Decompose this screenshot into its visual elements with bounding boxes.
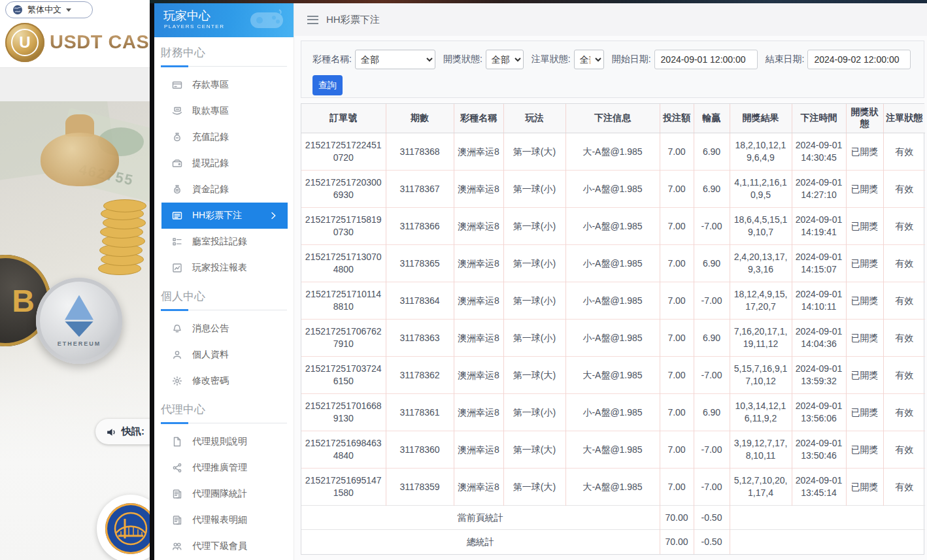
draw-status-select[interactable]: 全部	[486, 50, 524, 69]
table-cell: 10,3,14,12,16,11,9,2	[730, 394, 792, 431]
table-cell: 7.00	[660, 208, 694, 245]
sidebar-nav: 財務中心存款專區取款專區充值記錄提現記錄資金記錄HH彩票下注廳室投註記錄玩家投注…	[154, 45, 294, 560]
menu-toggle-icon[interactable]	[307, 16, 318, 24]
language-selector[interactable]: 繁体中文	[5, 1, 93, 18]
list-check-icon	[172, 237, 182, 247]
table-cell: 有效	[883, 394, 925, 431]
table-cell: 31178364	[386, 282, 454, 320]
hand-bill-icon	[172, 106, 182, 116]
lottery-name-select[interactable]: 全部	[355, 50, 435, 69]
table-row: 215217251706762791031178363澳洲幸运8第一球(小)小-…	[301, 320, 925, 357]
table-cell: 澳洲幸运8	[454, 357, 503, 394]
table-cell: 澳洲幸运8	[454, 394, 503, 431]
table-cell: 第一球(大)	[503, 357, 565, 394]
table-cell: 第一球(大)	[503, 431, 565, 469]
summary-bet-total: 70.00	[660, 530, 694, 554]
table-cell: 2024-09-01 14:19:41	[792, 208, 846, 245]
filter-panel: 彩種名稱: 全部 開獎狀態: 全部 注單狀態: 全部 開始日期: 結束日期: 查…	[301, 41, 924, 98]
order-status-select[interactable]: 全部	[574, 50, 604, 69]
table-cell: 31178362	[386, 357, 454, 394]
table-cell: -7.00	[694, 469, 730, 506]
search-button[interactable]: 查詢	[312, 75, 343, 95]
sidebar-item-HH彩票下注[interactable]: HH彩票下注	[161, 203, 288, 229]
table-cell: 澳洲幸运8	[454, 208, 503, 245]
table-cell: 3,19,12,7,17,8,10,11	[730, 431, 792, 469]
sidebar-item-個人資料[interactable]: 個人資料	[154, 342, 294, 368]
table-cell: -7.00	[694, 431, 730, 469]
table-cell: 2152172517016689130	[301, 394, 386, 431]
table-cell: 有效	[883, 171, 925, 208]
table-cell: 2152172517037246150	[301, 357, 386, 394]
app-window: 462755 B ETHEREUM U USDT CASINO	[0, 0, 927, 560]
table-cell: 7.00	[660, 469, 694, 506]
table-cell: 7.00	[660, 394, 694, 431]
end-date-input[interactable]	[807, 50, 911, 69]
column-header: 玩法	[503, 104, 565, 133]
ethereum-diamond-icon	[65, 295, 93, 337]
sidebar-item-存款專區[interactable]: 存款專區	[154, 72, 294, 98]
sidebar-item-代理下級會員[interactable]: 代理下級會員	[154, 533, 294, 559]
table-cell: 18,12,4,9,15,17,20,7	[730, 282, 792, 320]
list-icon	[172, 210, 182, 221]
sidebar-item-代理團隊統計[interactable]: 代理團隊統計	[154, 481, 294, 507]
sidebar-item-資金記錄[interactable]: 資金記錄	[154, 176, 294, 203]
table-cell: 已開獎	[846, 282, 883, 320]
globe-icon	[12, 5, 23, 15]
table-cell: 7.00	[660, 431, 694, 469]
user-icon	[172, 350, 182, 360]
sidebar-section-title: 財務中心	[161, 45, 287, 67]
table-cell: 第一球(大)	[503, 133, 565, 171]
table-cell: 有效	[883, 320, 925, 357]
table-row: 215217251701668913031178361澳洲幸运8第一球(小)小-…	[301, 394, 925, 431]
card-icon	[172, 80, 182, 90]
gray-strip	[0, 68, 150, 101]
end-date-label: 結束日期:	[766, 54, 805, 65]
table-cell: 31178360	[386, 431, 454, 469]
sidebar-item-充值記錄[interactable]: 充值記錄	[154, 124, 294, 150]
table-row: 215217251703724615031178362澳洲幸运8第一球(大)大-…	[301, 357, 925, 394]
table-row: 215217251722451072031178368澳洲幸运8第一球(大)大-…	[301, 133, 925, 171]
table-cell: 5,15,7,16,9,17,10,12	[730, 357, 792, 394]
table-cell: -7.00	[694, 282, 730, 320]
logo-block: U USDT CASINO	[0, 20, 150, 68]
table-cell: 6.90	[694, 394, 730, 431]
table-cell: 澳洲幸运8	[454, 133, 503, 171]
table-cell: 2024-09-01 14:27:10	[792, 171, 846, 208]
column-header: 輸贏	[694, 104, 730, 133]
table-cell: 7.00	[660, 320, 694, 357]
language-bar: 繁体中文	[0, 0, 150, 20]
sidebar-item-修改密碼[interactable]: 修改密碼	[154, 368, 294, 394]
sidebar-item-玩家投注報表[interactable]: 玩家投注報表	[154, 255, 294, 281]
column-header: 開獎狀態	[846, 104, 883, 133]
column-header: 投注額	[660, 104, 694, 133]
summary-winloss-total: -0.50	[694, 530, 730, 554]
table-cell: 第一球(小)	[503, 208, 565, 245]
table-cell: 7.00	[660, 357, 694, 394]
summary-empty-cell	[730, 506, 925, 530]
table-cell: 2024-09-01 13:45:14	[792, 469, 846, 506]
table-cell: 小-A盤@1.985	[565, 282, 660, 320]
sidebar-item-消息公告[interactable]: 消息公告	[154, 316, 294, 342]
sidebar-item-代理推廣管理[interactable]: 代理推廣管理	[154, 455, 294, 481]
summary-winloss-total: -0.50	[694, 506, 730, 530]
table-cell: 有效	[883, 133, 925, 171]
sidebar-subtitle: PLAYERS CENTER	[164, 24, 224, 29]
sidebar-item-label: 廳室投註記錄	[192, 236, 247, 248]
sidebar-item-label: 代理推廣管理	[192, 462, 247, 474]
table-cell: 第一球(小)	[503, 171, 565, 208]
speaker-icon	[106, 427, 116, 437]
table-cell: 第一球(大)	[503, 469, 565, 506]
sidebar-item-提現記錄[interactable]: 提現記錄	[154, 150, 294, 176]
sidebar-section-title: 代理中心	[161, 402, 287, 423]
sidebar-item-代理規則說明[interactable]: 代理規則說明	[154, 429, 294, 455]
left-promo-panel: 462755 B ETHEREUM U USDT CASINO	[0, 0, 150, 560]
sidebar-item-廳室投註記錄[interactable]: 廳室投註記錄	[154, 229, 294, 255]
table-cell: 已開獎	[846, 171, 883, 208]
table-cell: 小-A盤@1.985	[565, 245, 660, 282]
sidebar-item-取款專區[interactable]: 取款專區	[154, 98, 294, 124]
table-cell: 2152172516984634840	[301, 431, 386, 469]
bell-icon	[172, 323, 182, 334]
table-cell: 7.00	[660, 282, 694, 320]
start-date-input[interactable]	[654, 50, 758, 69]
sidebar-item-代理報表明細[interactable]: 代理報表明細	[154, 507, 294, 533]
